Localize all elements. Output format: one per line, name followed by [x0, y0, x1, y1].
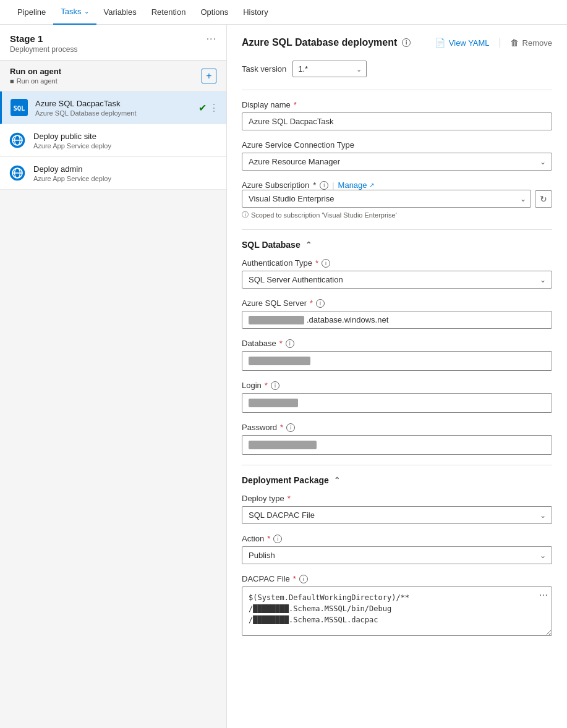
task-item-deploy-admin[interactable]: Deploy admin Azure App Service deploy: [0, 157, 226, 190]
nav-variables[interactable]: Variables: [96, 0, 144, 25]
subscription-select-container: Visual Studio Enterprise ⌄: [242, 190, 531, 208]
top-navigation: Pipeline Tasks ⌄ Variables Retention Opt…: [0, 0, 567, 25]
dacpac-file-group: DACPAC File * i $(System.DefaultWorkingD…: [242, 574, 552, 638]
service-connection-select[interactable]: Azure Resource Manager Azure Classic: [242, 153, 552, 171]
database-info-icon[interactable]: i: [286, 339, 294, 348]
appservice-task-icon-2: [7, 163, 27, 183]
dacpac-more-button[interactable]: ⋯: [539, 590, 548, 600]
action-group: Action * i Publish Extract Export Import…: [242, 534, 552, 564]
manage-link[interactable]: Manage ↗: [338, 180, 374, 190]
task-name-deploy-admin: Deploy admin: [33, 164, 219, 174]
task-version-select[interactable]: 1.* 0.*: [292, 61, 367, 77]
nav-history[interactable]: History: [236, 0, 275, 25]
subscription-group: Azure Subscription * i | Manage ↗ Visual…: [242, 180, 552, 219]
deploy-type-select[interactable]: SQL DACPAC File SQL Script File Inline S…: [242, 506, 552, 524]
stage-header: Stage 1 Deployment process ···: [0, 25, 226, 61]
info-circle-icon: ⓘ: [242, 210, 249, 219]
run-agent-sublabel: ■ Run on agent: [10, 77, 61, 85]
password-info-icon[interactable]: i: [286, 423, 295, 432]
remove-button[interactable]: 🗑 Remove: [510, 38, 552, 48]
deploy-type-select-wrap: SQL DACPAC File SQL Script File Inline S…: [242, 506, 552, 524]
deployment-pkg-divider: [242, 465, 552, 465]
stage-more-button[interactable]: ···: [207, 33, 216, 44]
left-panel: Stage 1 Deployment process ··· Run on ag…: [0, 25, 227, 728]
sql-server-input-display: .database.windows.net: [242, 311, 552, 329]
login-group: Login * i: [242, 381, 552, 413]
deployment-section-collapse-icon[interactable]: ⌃: [334, 476, 340, 485]
trash-icon: 🗑: [510, 38, 519, 48]
subscription-refresh-button[interactable]: ↻: [535, 190, 552, 208]
nav-tasks[interactable]: Tasks ⌄: [53, 0, 96, 25]
service-connection-type-group: Azure Service Connection Type Azure Reso…: [242, 140, 552, 171]
sql-section-divider: [242, 229, 552, 230]
password-required: *: [280, 423, 283, 432]
login-info-icon[interactable]: i: [271, 381, 279, 390]
title-info-icon[interactable]: i: [402, 38, 411, 47]
add-task-button[interactable]: +: [202, 69, 216, 83]
login-input-display[interactable]: [242, 393, 552, 413]
database-input-display[interactable]: [242, 351, 552, 371]
password-label: Password * i: [242, 423, 552, 432]
nav-pipeline[interactable]: Pipeline: [10, 0, 53, 25]
dacpac-file-label: DACPAC File * i: [242, 574, 552, 583]
task-item-sql-dacpac[interactable]: SQL Azure SQL DacpacTask Azure SQL Datab…: [0, 91, 226, 124]
appservice-task-icon-1: [7, 130, 27, 150]
login-required: *: [265, 381, 268, 390]
top-divider: [242, 90, 552, 90]
sql-server-required: *: [310, 298, 313, 308]
deploy-type-required: *: [288, 494, 291, 503]
dacpac-file-input[interactable]: $(System.DefaultWorkingDirectory)/** /<s…: [242, 586, 552, 636]
action-label: Action * i: [242, 534, 552, 543]
run-agent-info: Run on agent ■ Run on agent: [10, 67, 61, 85]
sql-database-section-header: SQL Database ⌃: [242, 240, 552, 250]
dacpac-file-info-icon[interactable]: i: [299, 575, 308, 583]
subscription-info-icon[interactable]: i: [320, 181, 328, 190]
action-select[interactable]: Publish Extract Export Import Script Dep…: [242, 546, 552, 564]
scoped-note: ⓘ Scoped to subscription 'Visual Studio …: [242, 210, 552, 219]
display-name-input[interactable]: [242, 112, 552, 130]
subscription-required: *: [313, 180, 316, 190]
service-connection-label: Azure Service Connection Type: [242, 140, 552, 150]
database-label: Database * i: [242, 339, 552, 348]
display-name-required: *: [294, 100, 297, 109]
action-info-icon[interactable]: i: [273, 535, 282, 543]
task-version-select-wrap: 1.* 0.* ⌄: [292, 61, 367, 77]
task-check-icon: ✔: [198, 102, 207, 114]
header-divider: [500, 38, 500, 48]
password-input-display[interactable]: [242, 435, 552, 455]
external-link-icon: ↗: [369, 182, 374, 188]
run-agent-label: Run on agent: [10, 67, 61, 76]
nav-options[interactable]: Options: [193, 0, 236, 25]
stage-title: Stage 1: [10, 33, 77, 44]
sql-task-icon: SQL: [9, 98, 29, 117]
display-name-label: Display name *: [242, 100, 552, 109]
yaml-icon: 📄: [435, 38, 445, 48]
rp-header: Azure SQL Database deployment i 📄 View Y…: [242, 37, 552, 48]
subscription-select[interactable]: Visual Studio Enterprise: [242, 190, 531, 208]
task-info-deploy-admin: Deploy admin Azure App Service deploy: [33, 164, 219, 182]
sql-server-info-icon[interactable]: i: [316, 299, 325, 308]
sql-section-collapse-icon[interactable]: ⌃: [305, 240, 312, 249]
rp-title: Azure SQL Database deployment i: [242, 37, 411, 48]
stage-subtitle: Deployment process: [10, 45, 77, 54]
nav-retention[interactable]: Retention: [144, 0, 194, 25]
view-yaml-button[interactable]: 📄 View YAML: [435, 38, 490, 48]
task-item-deploy-public[interactable]: Deploy public site Azure App Service dep…: [0, 124, 226, 157]
login-label: Login * i: [242, 381, 552, 390]
task-drag-icon: ⋮: [209, 102, 219, 114]
tasks-chevron-icon: ⌄: [84, 8, 89, 15]
database-group: Database * i: [242, 339, 552, 371]
dacpac-textarea-wrap: $(System.DefaultWorkingDirectory)/** /<s…: [242, 586, 552, 638]
subscription-label-row: Azure Subscription * i | Manage ↗: [242, 180, 552, 190]
subscription-input-wrap: Visual Studio Enterprise ⌄ ↻: [242, 190, 552, 208]
deploy-type-group: Deploy type * SQL DACPAC File SQL Script…: [242, 494, 552, 524]
auth-type-required: *: [315, 258, 318, 268]
auth-type-group: Authentication Type * i SQL Server Authe…: [242, 258, 552, 289]
deployment-package-section-header: Deployment Package ⌃: [242, 475, 552, 485]
task-version-row: Task version 1.* 0.* ⌄: [242, 61, 552, 77]
task-desc-deploy-public: Azure App Service deploy: [33, 142, 219, 150]
auth-type-select[interactable]: SQL Server Authentication Windows Authen…: [242, 271, 552, 289]
auth-type-info-icon[interactable]: i: [322, 259, 330, 268]
run-on-agent-section: Run on agent ■ Run on agent +: [0, 61, 226, 91]
sql-server-redacted: [249, 316, 304, 324]
